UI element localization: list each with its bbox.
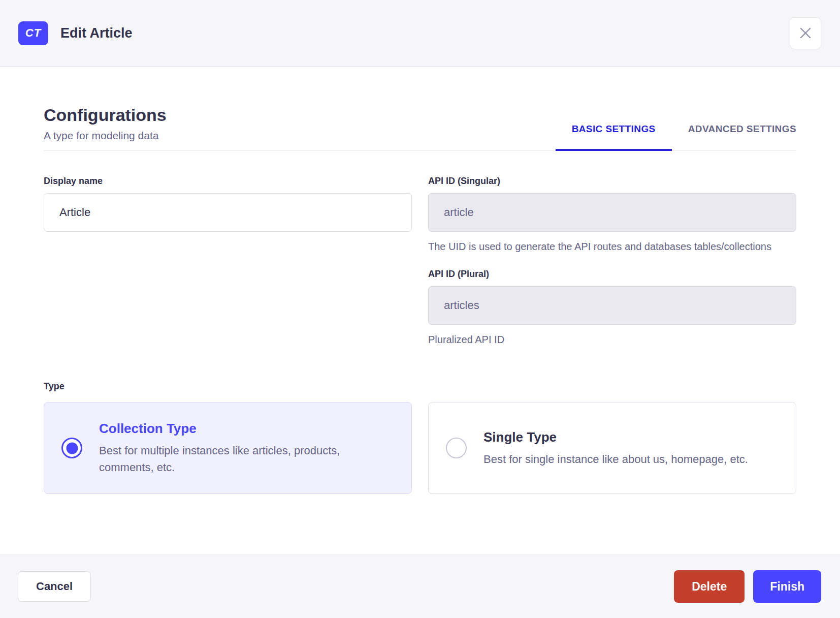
single-type-title: Single Type (483, 429, 748, 445)
collection-type-radio[interactable] (61, 438, 82, 458)
finish-button[interactable]: Finish (753, 570, 821, 603)
api-id-plural-hint: Pluralized API ID (428, 332, 796, 347)
section-title: Configurations (44, 105, 167, 125)
section-subtitle: A type for modeling data (44, 129, 167, 142)
collection-type-texts: Collection Type Best for multiple instan… (99, 420, 396, 476)
type-options: Collection Type Best for multiple instan… (44, 402, 796, 494)
content-type-badge: CT (18, 21, 48, 45)
api-id-singular-field: API ID (Singular) The UID is used to gen… (428, 175, 796, 254)
modal-header: CT Edit Article (0, 0, 840, 67)
modal-body: Configurations A type for modeling data … (0, 67, 840, 554)
single-type-texts: Single Type Best for single instance lik… (483, 429, 748, 468)
single-type-description: Best for single instance like about us, … (483, 451, 748, 468)
modal-footer: Cancel Delete Finish (0, 554, 840, 618)
display-name-label: Display name (44, 175, 412, 187)
api-id-singular-label: API ID (Singular) (428, 175, 796, 187)
tab-advanced-settings[interactable]: ADVANCED SETTINGS (672, 123, 796, 151)
collection-type-title: Collection Type (99, 420, 396, 437)
close-icon (799, 26, 812, 40)
settings-tabs: BASIC SETTINGS ADVANCED SETTINGS (556, 123, 796, 151)
cancel-button[interactable]: Cancel (18, 571, 91, 602)
api-id-plural-field: API ID (Plural) Pluralized API ID (428, 268, 796, 347)
configurations-header: Configurations A type for modeling data … (44, 105, 796, 151)
delete-button[interactable]: Delete (674, 570, 745, 603)
tab-basic-settings[interactable]: BASIC SETTINGS (556, 123, 672, 151)
type-label: Type (44, 381, 796, 392)
configuration-form: Display name API ID (Singular) The UID i… (44, 175, 796, 347)
modal-title: Edit Article (60, 25, 133, 41)
collection-type-option[interactable]: Collection Type Best for multiple instan… (44, 402, 412, 494)
api-id-singular-hint: The UID is used to generate the API rout… (428, 239, 796, 254)
api-id-column: API ID (Singular) The UID is used to gen… (428, 175, 796, 347)
type-section: Type Collection Type Best for multiple i… (44, 381, 796, 494)
api-id-plural-label: API ID (Plural) (428, 268, 796, 280)
single-type-option[interactable]: Single Type Best for single instance lik… (428, 402, 796, 494)
collection-type-description: Best for multiple instances like article… (99, 442, 396, 476)
close-button[interactable] (790, 17, 821, 49)
single-type-radio[interactable] (446, 438, 467, 458)
api-id-plural-input (428, 286, 796, 325)
edit-content-type-modal: CT Edit Article Configurations A type fo… (0, 0, 840, 618)
api-id-singular-input (428, 193, 796, 232)
display-name-input[interactable] (44, 193, 412, 232)
display-name-field: Display name (44, 175, 412, 347)
